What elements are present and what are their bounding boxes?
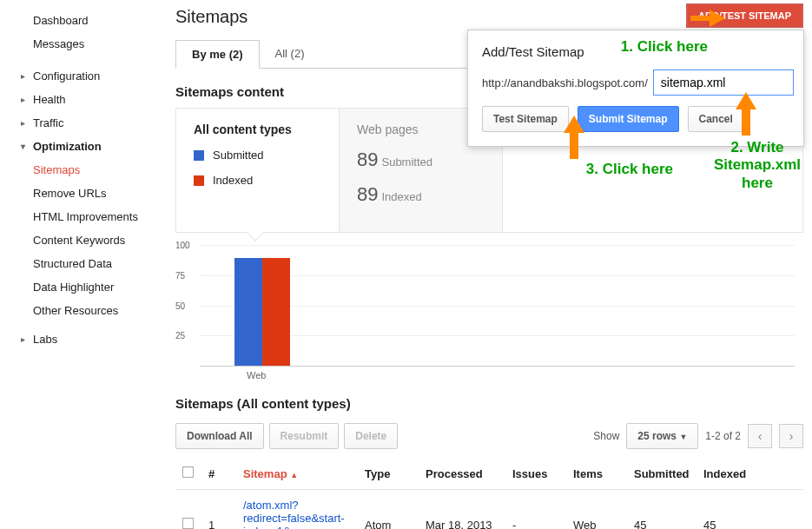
section-all-types: Sitemaps (All content types) [175, 396, 803, 411]
th-indexed[interactable]: Indexed [696, 458, 803, 490]
table-row: 1 /atom.xml?redirect=false&start-index=1… [175, 490, 803, 530]
cell-processed: Mar 18, 2013 [419, 490, 505, 530]
chevron-right-icon: ▸ [21, 118, 25, 128]
table-toolbar: Download All Resubmit Delete Show 25 row… [175, 423, 803, 449]
legend-square-red [194, 175, 204, 186]
chevron-left-icon: ‹ [758, 429, 762, 443]
x-axis-label: Web [247, 370, 803, 380]
chevron-down-icon: ▾ [21, 142, 25, 151]
add-test-sitemap-button[interactable]: ADD/TEST SITEMAP [686, 3, 803, 28]
bar-indexed [262, 258, 290, 366]
sidebar-optimization[interactable]: ▾Optimization [0, 135, 165, 158]
delete-button[interactable]: Delete [344, 423, 398, 449]
sidebar-dashboard[interactable]: Dashboard [0, 9, 165, 32]
sidebar-configuration[interactable]: ▸Configuration [0, 64, 165, 88]
pager: Show 25 rows ▼ 1-2 of 2 ‹ › [593, 423, 803, 449]
select-all-checkbox[interactable] [182, 466, 194, 478]
th-type[interactable]: Type [358, 458, 419, 490]
chart-area: 100 75 50 25 Web [175, 245, 803, 380]
stat-indexed: 89Indexed [357, 183, 485, 206]
test-sitemap-button[interactable]: Test Sitemap [482, 106, 569, 132]
tab-all[interactable]: All (2) [260, 40, 320, 69]
stat-submitted: 89Submitted [357, 149, 485, 171]
th-sitemap[interactable]: Sitemap ▲ [236, 458, 358, 490]
col-web-pages-title: Web pages [357, 122, 485, 136]
next-page-button[interactable]: › [779, 424, 803, 448]
y-axis-label: 75 [175, 270, 185, 280]
popup-title: Add/Test Sitemap [482, 44, 789, 59]
legend-indexed: Indexed [194, 174, 321, 187]
cell-indexed: 45 [696, 490, 803, 530]
sidebar: Dashboard Messages ▸Configuration ▸Healt… [0, 0, 165, 529]
chevron-right-icon: ▸ [21, 95, 25, 104]
main-content: Sitemaps ADD/TEST SITEMAP By me (2) All … [165, 0, 812, 529]
sidebar-html-improvements[interactable]: HTML Improvements [0, 205, 165, 228]
th-num[interactable]: # [201, 458, 236, 490]
sidebar-content-keywords[interactable]: Content Keywords [0, 228, 165, 252]
chevron-down-icon: ▼ [679, 433, 687, 441]
submit-sitemap-button[interactable]: Submit Sitemap [578, 106, 679, 132]
sidebar-sitemaps[interactable]: Sitemaps [0, 158, 165, 182]
sort-asc-icon: ▲ [290, 471, 298, 479]
download-all-button[interactable]: Download All [175, 423, 264, 449]
legend-square-blue [194, 150, 204, 161]
th-processed[interactable]: Processed [419, 458, 505, 490]
chevron-right-icon: ▸ [21, 71, 25, 81]
cell-items: Web [566, 490, 627, 530]
popup-base-url: http://anandbakshi.blogspot.com/ [482, 76, 648, 89]
chevron-right-icon: ▸ [21, 334, 25, 344]
y-axis-label: 100 [175, 241, 190, 250]
sidebar-data-highlighter[interactable]: Data Highlighter [0, 275, 165, 299]
sidebar-labs[interactable]: ▸Labs [0, 327, 165, 351]
sitemap-link[interactable]: /atom.xml?redirect=false&start-index=1&m… [243, 499, 345, 529]
chevron-right-icon: › [789, 429, 794, 443]
cell-num: 1 [201, 490, 236, 530]
row-checkbox[interactable] [182, 518, 194, 529]
show-label: Show [593, 430, 619, 442]
cell-issues: - [505, 490, 566, 530]
sidebar-structured-data[interactable]: Structured Data [0, 252, 165, 275]
add-sitemap-popup: Add/Test Sitemap http://anandbakshi.blog… [467, 30, 804, 147]
y-axis-label: 50 [175, 301, 185, 310]
th-issues[interactable]: Issues [505, 458, 566, 490]
cancel-button[interactable]: Cancel [688, 106, 744, 132]
bar-chart: 100 75 50 25 [200, 245, 795, 367]
sitemap-path-input[interactable] [653, 69, 794, 96]
sidebar-traffic[interactable]: ▸Traffic [0, 111, 165, 135]
sidebar-remove-urls[interactable]: Remove URLs [0, 182, 165, 205]
col-all-types-title: All content types [194, 122, 321, 136]
prev-page-button[interactable]: ‹ [748, 424, 772, 448]
legend-submitted: Submitted [194, 149, 321, 162]
sidebar-other-resources[interactable]: Other Resources [0, 299, 165, 322]
th-submitted[interactable]: Submitted [627, 458, 696, 490]
resubmit-button[interactable]: Resubmit [269, 423, 340, 449]
th-items[interactable]: Items [566, 458, 627, 490]
col-all-types[interactable]: All content types Submitted Indexed [176, 109, 340, 232]
sitemaps-table: # Sitemap ▲ Type Processed Issues Items … [175, 458, 803, 529]
tab-by-me[interactable]: By me (2) [175, 40, 260, 69]
bar-submitted [234, 258, 262, 366]
y-axis-label: 25 [175, 331, 185, 341]
sidebar-health[interactable]: ▸Health [0, 88, 165, 111]
cell-type: Atom [358, 490, 419, 530]
sidebar-messages[interactable]: Messages [0, 32, 165, 56]
rows-select[interactable]: 25 rows ▼ [626, 423, 698, 449]
page-range: 1-2 of 2 [705, 430, 741, 442]
cell-submitted: 45 [627, 490, 696, 530]
